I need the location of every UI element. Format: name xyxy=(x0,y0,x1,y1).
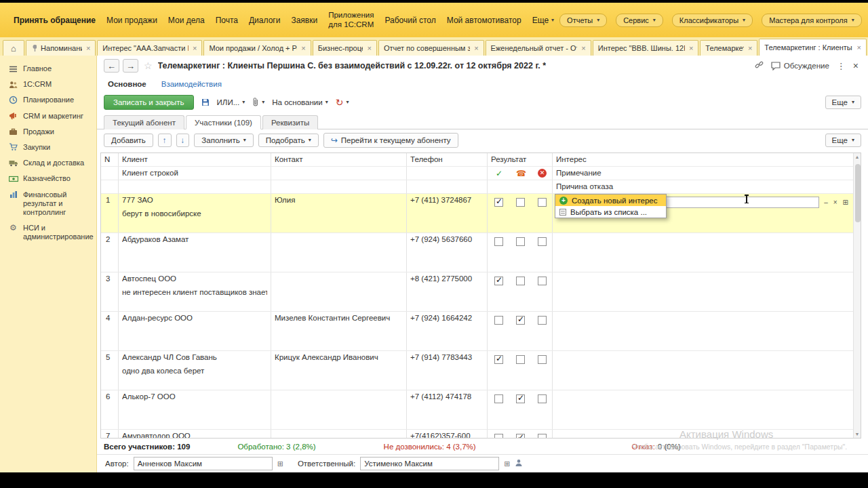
move-down-button[interactable]: ↓ xyxy=(176,134,190,147)
result-refuse-checkbox[interactable] xyxy=(538,237,547,246)
tab-close-icon[interactable]: × xyxy=(474,44,478,52)
client-cell[interactable]: Алдан-ресурс ООО xyxy=(119,312,271,350)
client-cell[interactable]: 777 ЗАОберут в новосибирске xyxy=(119,194,271,232)
phone-cell[interactable]: +7 (914) 7783443 xyxy=(407,351,488,390)
based-on-dropdown[interactable]: На основании▾ xyxy=(272,98,328,106)
menu-item-create-interest[interactable]: + Создать новый интерес xyxy=(555,195,666,206)
contact-cell[interactable] xyxy=(271,272,407,311)
sidebar-item-crm-marketing[interactable]: CRM и маркетинг xyxy=(0,108,96,124)
result-refuse-checkbox[interactable] xyxy=(538,277,547,285)
row-number-cell[interactable]: 1 xyxy=(101,194,119,232)
result-refuse-checkbox[interactable] xyxy=(538,316,547,325)
window-tab-weekly-report[interactable]: Еженедельный отчет - Отдел п...× xyxy=(486,40,591,56)
goto-current-subscriber-button[interactable]: ↪Перейти к текущему абоненту xyxy=(323,133,458,148)
menu-button-control-masters[interactable]: Мастера для контроля▾ xyxy=(762,14,862,27)
sidebar-item-purchases[interactable]: Закупки xyxy=(0,140,96,155)
window-tab-interest-aaa[interactable]: Интерес "ААА.Запчасти Hyund...× xyxy=(97,40,202,56)
interest-cell[interactable] xyxy=(553,430,853,438)
menu-item-requests[interactable]: Заявки xyxy=(285,14,323,26)
result-refuse-checkbox[interactable] xyxy=(538,394,547,403)
sidebar-item-treasury[interactable]: Казначейство xyxy=(0,171,96,186)
result-callback-checkbox[interactable] xyxy=(516,237,525,246)
result-success-checkbox[interactable] xyxy=(494,394,503,403)
row-number-cell[interactable]: 4 xyxy=(101,312,119,350)
result-success-checkbox[interactable] xyxy=(494,316,503,325)
result-callback-checkbox[interactable] xyxy=(516,434,525,438)
add-button[interactable]: Добавить xyxy=(104,134,153,147)
phone-cell[interactable]: +7 (924) 1664242 xyxy=(407,312,488,350)
responsible-field[interactable]: Устименко Максим xyxy=(360,457,499,470)
close-icon[interactable]: × xyxy=(853,60,859,71)
tab-close-icon[interactable]: × xyxy=(748,44,752,52)
menu-item-my-sales[interactable]: Мои продажи xyxy=(101,14,163,26)
table-row[interactable]: 5Александр ЧЛ Сов Гаваньодно два колеса … xyxy=(101,351,853,390)
menu-item-dialogs[interactable]: Диалоги xyxy=(243,14,285,26)
phone-cell[interactable]: +8 (421) 2775000 xyxy=(407,272,488,311)
open-responsible-icon[interactable]: ⊞ xyxy=(504,460,510,468)
contact-cell[interactable]: Крицук Александр Иванович xyxy=(271,351,407,390)
more-menu-icon[interactable]: ⋮ xyxy=(837,61,846,71)
table-row[interactable]: 1777 ЗАОберут в новосибирскеЮлия+7 (411)… xyxy=(101,194,853,233)
home-tab[interactable]: ⌂ xyxy=(3,40,24,56)
tab-interactions[interactable]: Взаимодействия xyxy=(161,80,222,88)
favorite-star-icon[interactable]: ☆ xyxy=(144,60,153,71)
menu-button-service[interactable]: Сервис▾ xyxy=(616,14,663,27)
sidebar-item-main[interactable]: Главное xyxy=(0,61,96,77)
toolbar-more-button[interactable]: Еще▾ xyxy=(825,96,861,109)
tab-main-section[interactable]: Основное xyxy=(108,80,146,88)
save-button[interactable] xyxy=(201,98,210,106)
tab-close-icon[interactable]: × xyxy=(689,44,693,52)
interest-cell[interactable] xyxy=(553,390,853,429)
window-tab-interest-vvv[interactable]: Интерес "ВВВ. Шины. 12R20. 1...× xyxy=(593,40,699,56)
vertical-scrollbar[interactable]: ▲ ▼ xyxy=(853,153,861,438)
sidebar-item-sales[interactable]: Продажи xyxy=(0,124,96,140)
result-refuse-checkbox[interactable] xyxy=(538,434,547,438)
scroll-up-icon[interactable]: ▲ xyxy=(855,155,860,159)
window-tab-telemarketing[interactable]: Телемаркетинг× xyxy=(700,40,757,56)
tab-close-icon[interactable]: × xyxy=(367,44,371,52)
contact-cell[interactable] xyxy=(271,233,407,272)
interest-cell[interactable] xyxy=(553,312,853,350)
row-number-cell[interactable]: 7 xyxy=(101,430,119,438)
assign-person-icon[interactable] xyxy=(515,459,524,468)
table-row[interactable]: 2Абдураков Азамат+7 (924) 5637660 xyxy=(101,233,853,272)
phone-cell[interactable]: +7 (924) 5637660 xyxy=(407,233,488,272)
refresh-dropdown[interactable]: ↻▾ xyxy=(336,98,349,107)
subtab-current-subscriber[interactable]: Текущий абонент xyxy=(104,115,184,129)
tab-close-icon[interactable]: × xyxy=(193,44,197,52)
window-tab-my-sales[interactable]: Мои продажи / Холод + Реаним...× xyxy=(203,40,311,56)
menu-button-classifiers[interactable]: Классификаторы▾ xyxy=(672,14,753,27)
scrollbar-thumb[interactable] xyxy=(855,164,861,222)
table-more-button[interactable]: Еще▾ xyxy=(825,134,861,147)
forward-button[interactable]: → xyxy=(123,59,138,73)
sidebar-item-financial-result[interactable]: Финансовый результат и контроллинг xyxy=(0,187,96,221)
client-cell[interactable]: Амуравтодор ООО xyxy=(119,430,271,438)
interest-cell[interactable] xyxy=(553,233,853,272)
tab-close-icon[interactable]: × xyxy=(581,44,585,52)
result-refuse-checkbox[interactable] xyxy=(538,355,547,364)
open-author-icon[interactable]: ⊞ xyxy=(277,460,283,468)
save-and-close-button[interactable]: Записать и закрыть xyxy=(104,95,194,110)
table-row[interactable]: 6Алькор-7 ООО+7 (4112) 474178 xyxy=(101,390,853,430)
client-cell[interactable]: Александр ЧЛ Сов Гаваньодно два колеса б… xyxy=(119,351,271,390)
field-open-button[interactable]: ⊞ xyxy=(842,199,850,206)
author-field[interactable]: Анненков Максим xyxy=(134,457,273,470)
discussion-button[interactable]: Обсуждение xyxy=(771,62,829,70)
menu-item-choose-from-list[interactable]: Выбрать из списка ... xyxy=(555,206,666,218)
result-refuse-checkbox[interactable] xyxy=(538,198,547,207)
client-cell[interactable]: Автоспец ОООне интересен клиент поставщи… xyxy=(119,272,271,311)
client-cell[interactable]: Алькор-7 ООО xyxy=(119,390,271,429)
fill-dropdown-button[interactable]: Заполнить▾ xyxy=(194,134,253,147)
result-callback-checkbox[interactable] xyxy=(516,277,525,285)
table-row[interactable]: 3Автоспец ОООне интересен клиент поставщ… xyxy=(101,272,853,312)
menu-item-desktop[interactable]: Рабочий стол xyxy=(379,14,441,26)
pick-dropdown-button[interactable]: Подобрать▾ xyxy=(258,134,319,147)
result-callback-checkbox[interactable] xyxy=(516,394,525,403)
result-success-checkbox[interactable] xyxy=(494,434,503,438)
contact-cell[interactable]: Юлия xyxy=(271,194,407,232)
menu-item-my-tasks[interactable]: Мои дела xyxy=(163,14,210,26)
menu-item-1c-crm-apps[interactable]: Приложения для 1С:CRM xyxy=(323,9,379,30)
row-number-cell[interactable]: 3 xyxy=(101,272,119,311)
attachment-dropdown[interactable]: ▾ xyxy=(252,98,264,106)
back-button[interactable]: ← xyxy=(104,59,119,73)
